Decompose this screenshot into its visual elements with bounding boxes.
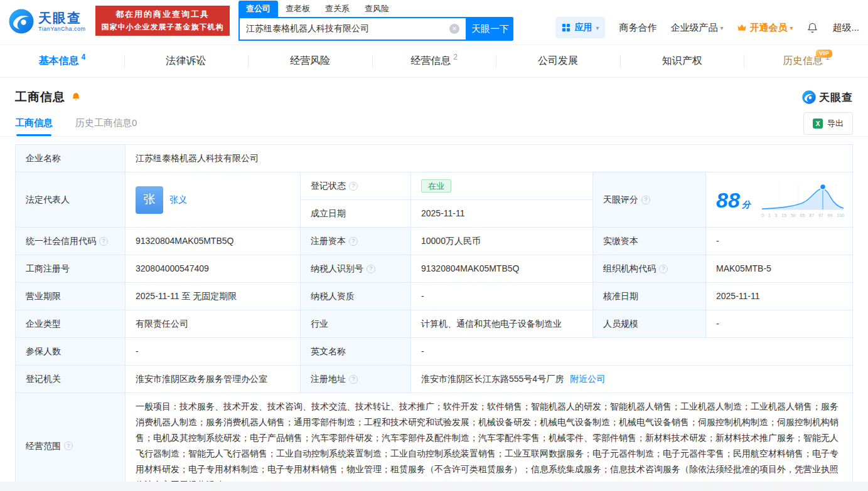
help-icon[interactable]: ?	[99, 237, 108, 246]
nearby-companies-link[interactable]: 附近公司	[570, 372, 605, 386]
status-badge: 在业	[421, 179, 451, 193]
establish-date-label: 成立日期	[301, 200, 411, 228]
chevron-down-icon: ▾	[790, 24, 793, 31]
chevron-down-icon: ▾	[720, 24, 723, 31]
apps-menu[interactable]: 应用 ▾	[555, 17, 605, 38]
legal-rep-avatar[interactable]: 张	[136, 186, 163, 214]
tab-company-development[interactable]: 公司发展	[496, 45, 620, 77]
tab-count: 2	[453, 53, 458, 61]
help-icon[interactable]: ?	[349, 182, 358, 191]
clear-search-icon[interactable]: ✕	[449, 24, 459, 34]
field-label-text: 参保人数	[26, 345, 61, 358]
taxpayer-quality-value: -	[411, 283, 593, 310]
tab-intellectual-property[interactable]: 知识产权	[620, 45, 744, 77]
tab-basic-info[interactable]: 基本信息 4	[0, 45, 124, 77]
help-icon[interactable]: ?	[64, 441, 73, 450]
tab-legal-proceedings[interactable]: 法律诉讼	[124, 45, 249, 77]
help-icon[interactable]: ?	[349, 237, 358, 246]
search-tab-boss[interactable]: 查老板	[278, 1, 318, 17]
reg-address-label: 注册地址 ?	[301, 366, 411, 393]
help-icon[interactable]: ?	[659, 265, 668, 273]
field-label-text: 登记状态	[311, 179, 346, 193]
field-label-text: 企业类型	[26, 317, 61, 330]
excel-icon: X	[813, 119, 823, 129]
business-cooperation-link[interactable]: 商务合作	[619, 22, 656, 34]
subtab-history-business-registration[interactable]: 历史工商信息0	[75, 110, 137, 136]
tab-label: 基本信息	[38, 55, 78, 68]
field-label-text: 成立日期	[311, 207, 346, 220]
subscribe-alarm-icon[interactable]	[71, 92, 81, 102]
export-button[interactable]: X 导出	[803, 112, 853, 135]
business-term-label: 营业期限	[16, 283, 126, 310]
chevron-down-icon: ▾	[596, 24, 599, 31]
tab-business-info[interactable]: 经营信息 2	[372, 45, 496, 77]
tianyancha-logo[interactable]: 天眼查 TianYanCha.com	[9, 9, 86, 34]
field-label-text: 纳税人识别号	[311, 262, 363, 275]
legal-rep-name-link[interactable]: 张义	[169, 193, 187, 206]
company-name-value: 江苏纽泰格机器人科技有限公司	[126, 145, 853, 172]
enterprise-products-menu[interactable]: 企业级产品 ▾	[670, 22, 723, 34]
reg-address-text: 淮安市淮阴区长江东路555号4号厂房	[421, 372, 564, 386]
help-icon[interactable]: ?	[367, 265, 375, 273]
paid-capital-value: -	[706, 228, 853, 255]
approval-date-label: 核准日期	[593, 283, 706, 310]
reg-number-label: 工商注册号	[16, 255, 126, 283]
field-label-text: 注册地址	[311, 372, 346, 386]
vip-badge: VIP	[816, 50, 832, 58]
establish-date-value: 2025-11-11	[411, 200, 593, 228]
search-input[interactable]	[246, 24, 449, 34]
taxpayer-id-value: 91320804MAK05MTB5Q	[411, 255, 593, 283]
english-name-label: 英文名称	[301, 338, 411, 366]
field-label-text: 核准日期	[603, 290, 638, 303]
apps-label: 应用	[574, 22, 592, 33]
logo-domain: TianYanCha.com	[38, 26, 86, 32]
search-tab-company[interactable]: 查公司	[238, 1, 278, 17]
reg-authority-label: 登记机关	[16, 366, 126, 393]
score-value-cell[interactable]: 88 分 013155065879799100	[706, 172, 853, 228]
search-category-tabs: 查公司 查老板 查关系 查风险	[238, 1, 513, 17]
score-label: 天眼评分 ?	[593, 172, 706, 228]
header-right: 应用 ▾ 商务合作 企业级产品 ▾ 开通会员 ▾ 超级...	[555, 17, 859, 38]
section-head: 工商信息 天眼查	[0, 78, 868, 110]
user-menu[interactable]: 超级...	[832, 22, 859, 34]
field-label-text: 工商注册号	[26, 262, 70, 275]
search-tab-risk[interactable]: 查风险	[357, 1, 397, 17]
credit-code-label: 统一社会信用代码 ?	[16, 228, 126, 255]
tab-label: 知识产权	[662, 55, 702, 68]
vip-upgrade-menu[interactable]: 开通会员 ▾	[737, 22, 793, 34]
taxpayer-quality-label: 纳税人资质	[301, 283, 411, 310]
tianyancha-logo-icon	[9, 9, 34, 34]
score-number: 88 分	[716, 184, 751, 216]
section-brand-watermark: 天眼查	[802, 90, 853, 105]
watermark-brand: 天眼查	[819, 90, 853, 105]
promo-banner[interactable]: 都在用的商业查询工具 国家中小企业发展子基金旗下机构	[95, 6, 230, 36]
org-code-label: 组织机构代码 ?	[593, 255, 706, 283]
top-header: 天眼查 TianYanCha.com 都在用的商业查询工具 国家中小企业发展子基…	[0, 0, 868, 45]
field-label-text: 注册资本	[311, 235, 346, 248]
vip-upgrade-label: 开通会员	[749, 22, 787, 34]
subtab-business-registration[interactable]: 工商信息	[15, 110, 53, 136]
search-box: ✕	[238, 17, 467, 41]
search-tab-relation[interactable]: 查关系	[318, 1, 357, 17]
export-label: 导出	[827, 118, 844, 129]
notification-bell-icon[interactable]	[806, 22, 818, 34]
company-type-value: 有限责任公司	[126, 310, 301, 338]
reg-address-value: 淮安市淮阴区长江东路555号4号厂房 附近公司	[411, 366, 853, 393]
tab-business-risk[interactable]: 经营风险	[248, 45, 372, 77]
field-label-text: 英文名称	[311, 345, 346, 358]
help-icon[interactable]: ?	[641, 196, 650, 204]
field-label-text: 天眼评分	[603, 193, 638, 206]
taxpayer-id-label: 纳税人识别号 ?	[301, 255, 411, 283]
search-button[interactable]: 天眼一下	[467, 17, 513, 41]
industry-value: 计算机、通信和其他电子设备制造业	[411, 310, 593, 338]
clear-glyph: ✕	[452, 26, 457, 32]
credit-code-value: 91320804MAK05MTB5Q	[126, 228, 301, 255]
staff-size-value: -	[706, 310, 853, 338]
tab-history-info[interactable]: VIP 历史信息 1	[744, 45, 868, 77]
insured-count-value: -	[126, 338, 301, 366]
industry-label: 行业	[301, 310, 411, 338]
score-axis: 013155065879799100	[761, 213, 844, 219]
help-icon[interactable]: ?	[349, 375, 358, 384]
crown-icon	[737, 23, 747, 32]
insured-count-label: 参保人数	[16, 338, 126, 366]
